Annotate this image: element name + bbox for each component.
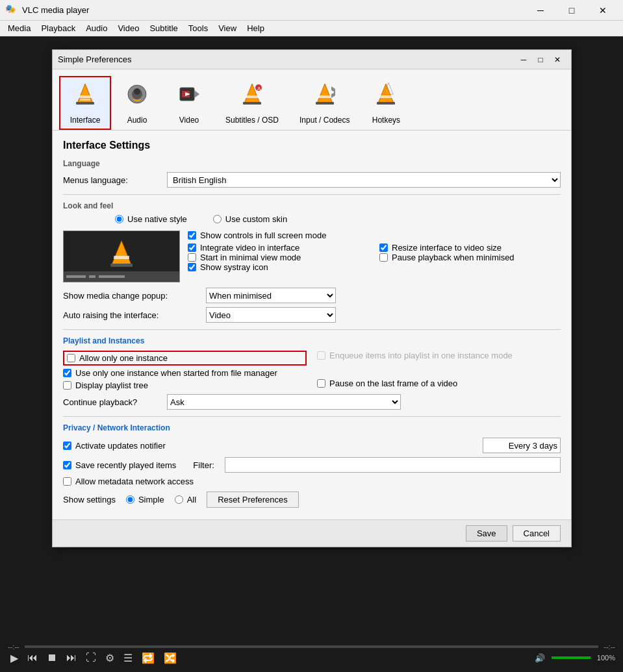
systray-input[interactable] <box>188 263 196 271</box>
enqueue-items-input[interactable] <box>317 351 325 360</box>
playlist-left-col: Allow only one instance Use only one ins… <box>63 351 307 390</box>
menu-view[interactable]: View <box>213 22 242 34</box>
menu-subtitle[interactable]: Subtitle <box>144 22 183 34</box>
dialog-close[interactable]: ✕ <box>549 53 566 67</box>
loop-button[interactable]: 🔁 <box>139 651 157 666</box>
dialog-body: Interface Settings Language Menus langua… <box>53 131 571 519</box>
stop-button[interactable]: ⏹ <box>44 651 60 665</box>
show-controls-input[interactable] <box>188 231 196 240</box>
svg-rect-21 <box>377 102 395 105</box>
reset-preferences-button[interactable]: Reset Preferences <box>207 492 299 508</box>
integrate-video-check[interactable]: Integrate video in interface <box>188 243 369 253</box>
media-popup-select[interactable]: When minimised <box>206 288 336 303</box>
allow-one-instance-check[interactable]: Allow only one instance <box>63 351 307 366</box>
menu-media[interactable]: Media <box>3 22 36 34</box>
updates-frequency-input[interactable]: Every 3 days <box>483 438 561 453</box>
tab-audio[interactable]: Audio <box>111 76 163 130</box>
svg-rect-24 <box>114 256 129 259</box>
display-playlist-tree-check[interactable]: Display playlist tree <box>63 380 307 390</box>
simple-preferences-dialog: Simple Preferences ─ □ ✕ Interface <box>52 49 572 547</box>
menu-tools[interactable]: Tools <box>183 22 213 34</box>
enqueue-items-check[interactable]: Enqueue items into playlist in one insta… <box>317 351 561 360</box>
volume-bar[interactable] <box>552 656 591 659</box>
progress-bar[interactable] <box>25 645 599 648</box>
minimal-view-input[interactable] <box>188 253 196 262</box>
display-playlist-tree-input[interactable] <box>63 381 71 390</box>
titlebar: 🎭 VLC media player ─ □ ✕ <box>0 0 623 21</box>
tab-video[interactable]: Video <box>163 76 215 130</box>
svg-rect-18 <box>316 102 334 105</box>
tab-codecs[interactable]: Input / Codecs <box>289 76 360 130</box>
tab-subtitles[interactable]: A Subtitles / OSD <box>215 76 289 130</box>
save-recently-input[interactable] <box>63 461 71 469</box>
continue-select[interactable]: Ask <box>167 394 401 410</box>
maximize-button[interactable]: □ <box>557 0 587 21</box>
close-button[interactable]: ✕ <box>588 0 618 21</box>
tab-interface[interactable]: Interface <box>59 76 111 130</box>
pause-last-frame-check[interactable]: Pause on the last frame of a video <box>317 379 561 388</box>
play-button[interactable]: ▶ <box>8 651 21 666</box>
extended-button[interactable]: ⚙ <box>103 651 117 666</box>
custom-skin-radio[interactable] <box>213 215 222 223</box>
next-button[interactable]: ⏭ <box>64 651 79 665</box>
activate-updates-input[interactable] <box>63 442 71 450</box>
show-controls-check[interactable]: Show controls in full screen mode <box>188 230 561 240</box>
pause-minimised-check[interactable]: Pause playback when minimised <box>379 253 561 262</box>
svg-point-6 <box>134 88 140 95</box>
simple-radio-option[interactable]: Simple <box>126 495 164 504</box>
cancel-button[interactable]: Cancel <box>513 525 561 541</box>
dialog-minimize[interactable]: ─ <box>515 53 532 67</box>
prev-button[interactable]: ⏮ <box>25 651 40 665</box>
simple-radio-input[interactable] <box>126 495 134 504</box>
minimal-view-label: Start in minimal view mode <box>200 253 301 262</box>
allow-one-instance-input[interactable] <box>67 354 75 362</box>
save-button[interactable]: Save <box>466 525 507 541</box>
progress-area: --:-- --:-- <box>0 643 623 651</box>
auto-raising-select[interactable]: Video <box>206 307 336 323</box>
pause-minimised-input[interactable] <box>379 253 388 262</box>
svg-marker-8 <box>194 90 199 98</box>
resize-interface-input[interactable] <box>379 243 388 252</box>
tab-subtitles-label: Subtitles / OSD <box>225 116 279 125</box>
menu-audio[interactable]: Audio <box>81 22 112 34</box>
resize-interface-check[interactable]: Resize interface to video size <box>379 243 561 253</box>
two-col-checks: Integrate video in interface Start in mi… <box>188 243 561 272</box>
save-recently-check[interactable]: Save recently played items <box>63 460 176 470</box>
menu-help[interactable]: Help <box>242 22 270 34</box>
minimal-view-check[interactable]: Start in minimal view mode <box>188 253 369 262</box>
fullscreen-button[interactable]: ⛶ <box>83 651 99 665</box>
menu-video[interactable]: Video <box>112 22 144 34</box>
dialog-maximize[interactable]: □ <box>532 53 549 67</box>
minimize-button[interactable]: ─ <box>526 0 555 21</box>
use-one-instance-file-check[interactable]: Use only one instance when started from … <box>63 368 307 378</box>
custom-skin-option[interactable]: Use custom skin <box>213 214 287 224</box>
video-icon <box>176 81 202 113</box>
tab-hotkeys[interactable]: Hotkeys <box>360 76 412 130</box>
controls-area: ▶ ⏮ ⏹ ⏭ ⛶ ⚙ ☰ 🔁 🔀 🔊 100% <box>0 651 623 666</box>
menus-language-select[interactable]: British English <box>167 172 561 188</box>
systray-check[interactable]: Show systray icon <box>188 262 369 272</box>
allow-metadata-check[interactable]: Allow metadata network access <box>63 477 561 486</box>
tab-row: Interface Audio <box>53 69 571 131</box>
random-button[interactable]: 🔀 <box>161 651 179 666</box>
use-one-instance-file-input[interactable] <box>63 369 71 377</box>
svg-rect-26 <box>66 275 86 278</box>
menu-playback[interactable]: Playback <box>36 22 81 34</box>
filter-input[interactable] <box>225 457 561 473</box>
preview-cone-icon <box>105 238 138 275</box>
all-radio-input[interactable] <box>175 495 183 504</box>
preview-bar <box>64 271 179 282</box>
native-style-option[interactable]: Use native style <box>115 214 187 224</box>
playlist-button[interactable]: ☰ <box>121 651 135 666</box>
audio-icon <box>124 81 150 113</box>
enqueue-items-label: Enqueue items into playlist in one insta… <box>329 351 513 360</box>
activate-updates-check[interactable]: Activate updates notifier <box>63 441 476 451</box>
integrate-video-input[interactable] <box>188 243 196 252</box>
svg-rect-13 <box>243 102 261 105</box>
vlc-bottom-bar: --:-- --:-- ▶ ⏮ ⏹ ⏭ ⛶ ⚙ ☰ 🔁 🔀 🔊 100% <box>0 636 623 672</box>
hotkeys-icon <box>373 81 399 113</box>
pause-last-frame-input[interactable] <box>317 379 325 388</box>
all-radio-option[interactable]: All <box>175 495 196 504</box>
native-style-radio[interactable] <box>115 215 123 223</box>
allow-metadata-input[interactable] <box>63 477 71 486</box>
